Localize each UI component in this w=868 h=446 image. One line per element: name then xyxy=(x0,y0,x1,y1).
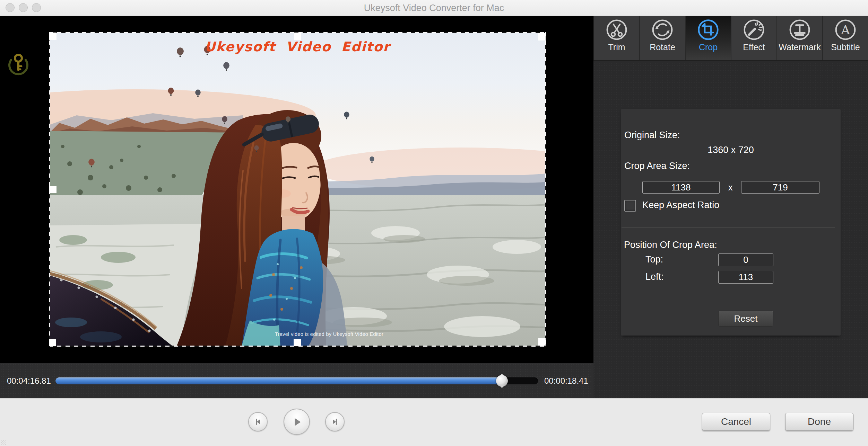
crop-handle-top-left[interactable] xyxy=(49,33,57,40)
resize-grip[interactable] xyxy=(1,440,6,445)
zoom-window-button[interactable] xyxy=(32,3,41,12)
minimize-window-button[interactable] xyxy=(19,3,28,12)
crop-handle-left-middle[interactable] xyxy=(49,186,57,193)
section-divider xyxy=(622,227,835,228)
done-button[interactable]: Done xyxy=(785,413,853,431)
tab-rotate[interactable]: Rotate xyxy=(639,16,685,60)
crop-handle-bottom-left[interactable] xyxy=(49,339,56,346)
edit-panel: Trim Rotate xyxy=(593,16,868,398)
crop-left-input[interactable] xyxy=(718,271,773,284)
tab-effect[interactable]: Effect xyxy=(731,16,776,60)
video-frame: Ukeysoft Video Editor Travel video is ed… xyxy=(49,32,546,347)
seek-handle[interactable] xyxy=(496,375,508,387)
tab-rotate-label: Rotate xyxy=(650,42,675,52)
tab-watermark-label: Watermark xyxy=(779,42,821,52)
scissors-icon xyxy=(606,19,628,41)
previous-frame-button[interactable] xyxy=(248,412,268,431)
window-title: Ukeysoft Video Converter for Mac xyxy=(0,0,868,16)
tab-crop[interactable]: Crop xyxy=(685,16,731,60)
original-size-label: Original Size: xyxy=(624,130,680,141)
crop-handle-bottom-center[interactable] xyxy=(294,339,301,346)
subtitle-letter-a-icon: A xyxy=(834,19,857,41)
magic-wand-icon xyxy=(743,19,765,41)
seek-track[interactable] xyxy=(55,377,538,384)
video-preview-area: Ukeysoft Video Editor Travel video is ed… xyxy=(0,16,593,363)
crop-handle-top-center[interactable] xyxy=(294,33,301,40)
crop-height-input[interactable] xyxy=(741,181,819,194)
tab-trim-label: Trim xyxy=(608,42,625,52)
traffic-lights xyxy=(6,3,41,12)
crop-handle-bottom-right[interactable] xyxy=(538,338,546,346)
dimension-separator: x xyxy=(728,182,733,193)
tab-crop-label: Crop xyxy=(699,42,718,52)
video-brand-watermark: Ukeysoft Video Editor xyxy=(49,39,546,54)
cancel-button[interactable]: Cancel xyxy=(702,413,770,431)
crop-top-input[interactable] xyxy=(718,253,773,266)
edit-toolbar: Trim Rotate xyxy=(593,16,868,61)
skip-back-icon xyxy=(253,417,262,426)
svg-text:A: A xyxy=(841,23,850,37)
top-label: Top: xyxy=(645,254,663,265)
original-size-value: 1360 x 720 xyxy=(621,145,841,155)
crop-handle-top-right[interactable] xyxy=(538,33,546,41)
total-time-label: 00:00:18.41 xyxy=(544,363,588,398)
crop-icon xyxy=(697,19,719,41)
seek-progress-fill xyxy=(55,377,502,384)
ukeysoft-key-logo-icon xyxy=(5,50,32,77)
watermark-icon xyxy=(789,19,811,41)
position-of-crop-area-label: Position Of Crop Area: xyxy=(624,240,717,250)
keep-aspect-ratio-label: Keep Aspect Ratio xyxy=(642,200,719,211)
reset-button[interactable]: Reset xyxy=(718,311,773,327)
skip-forward-icon xyxy=(330,417,339,426)
tab-subtitle-label: Subtitle xyxy=(831,42,860,52)
titlebar: Ukeysoft Video Converter for Mac xyxy=(0,0,868,16)
video-caption-watermark: Travel video is edited by Ukeysoft Video… xyxy=(275,331,383,337)
play-button[interactable] xyxy=(284,409,310,435)
tab-watermark[interactable]: Watermark xyxy=(776,16,822,60)
current-time-label: 00:04:16.81 xyxy=(7,363,51,398)
rotate-icon xyxy=(651,19,674,41)
tab-effect-label: Effect xyxy=(743,42,765,52)
tab-subtitle[interactable]: A Subtitle xyxy=(822,16,868,60)
next-frame-button[interactable] xyxy=(325,412,345,431)
app-window: Ukeysoft Video Converter for Mac xyxy=(0,0,868,446)
left-label: Left: xyxy=(645,271,664,282)
play-icon xyxy=(291,416,303,428)
crop-width-input[interactable] xyxy=(642,181,720,194)
video-still-image xyxy=(49,32,546,347)
timeline-bar: 00:04:16.81 00:00:18.41 xyxy=(0,363,593,398)
crop-area-size-label: Crop Area Size: xyxy=(624,161,690,171)
crop-settings-box: Original Size: 1360 x 720 Crop Area Size… xyxy=(621,109,841,336)
tab-trim[interactable]: Trim xyxy=(593,16,639,60)
bottom-bar: Cancel Done xyxy=(0,398,868,446)
keep-aspect-ratio-checkbox[interactable] xyxy=(624,200,636,212)
close-window-button[interactable] xyxy=(6,3,15,12)
